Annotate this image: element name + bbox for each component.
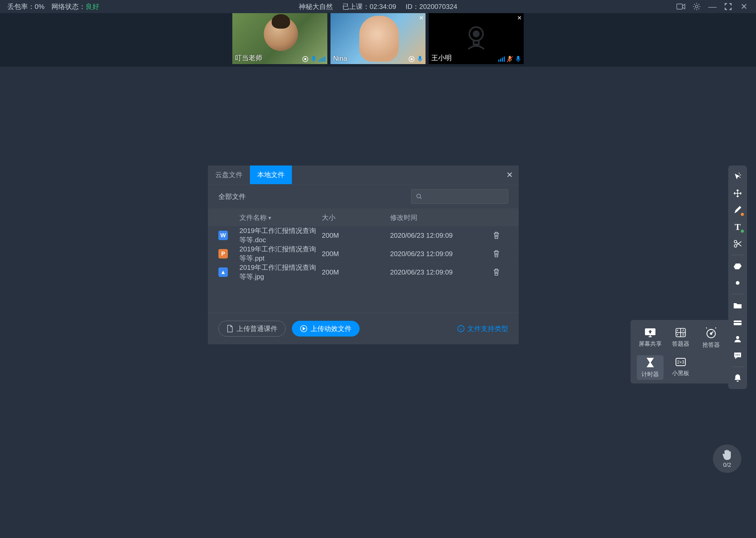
svg-text:B: B (682, 333, 684, 337)
svg-rect-12 (517, 56, 519, 60)
svg-text:A: A (682, 329, 684, 332)
file-mtime: 2020/06/23 12:09:09 (390, 232, 485, 240)
info-icon (457, 325, 465, 332)
file-type-icon: ▲ (218, 267, 228, 277)
screen-share-button[interactable]: 屏幕共享 (637, 326, 664, 350)
responder-button[interactable]: 抢答器 (698, 326, 725, 350)
file-type-icon: P (218, 249, 228, 258)
file-table-header: 文件名称 大小 修改时间 (208, 209, 519, 226)
svg-point-26 (736, 281, 739, 285)
circle-dot-icon[interactable] (730, 276, 745, 290)
camera-off-icon (460, 23, 492, 54)
supported-types-link[interactable]: 文件支持类型 (457, 324, 508, 333)
participant-name: 王小明 (431, 53, 452, 63)
play-add-icon (300, 325, 307, 332)
top-status-bar: 丢包率：0% 网络状态：良好 神秘大自然 已上课：02:34:09 ID：202… (0, 0, 756, 13)
file-size: 200M (322, 250, 390, 258)
svg-rect-7 (419, 56, 421, 60)
folder-icon[interactable] (730, 298, 745, 313)
mic-muted-icon (506, 56, 513, 63)
timer-button[interactable]: 计时器 (637, 355, 664, 380)
svg-point-25 (734, 244, 737, 247)
raise-hand-count: 0/2 (723, 461, 731, 468)
svg-point-29 (736, 336, 739, 339)
toolbox-icon[interactable] (730, 315, 745, 329)
file-type-icon: W (218, 231, 228, 240)
upload-animated-button[interactable]: 上传动效文件 (292, 321, 359, 337)
right-toolbar: T (728, 166, 747, 389)
user-icon[interactable] (730, 332, 745, 346)
participant-name: Nina (333, 54, 347, 63)
settings-icon[interactable] (692, 2, 701, 11)
file-mtime: 2020/06/23 12:09:09 (390, 250, 485, 258)
tab-local-files[interactable]: 本地文件 (250, 166, 292, 184)
answer-device-button[interactable]: AB 答题器 (667, 326, 694, 350)
svg-rect-10 (474, 41, 479, 44)
delete-file-icon[interactable] (485, 232, 508, 239)
bell-icon[interactable] (730, 371, 745, 385)
col-mtime[interactable]: 修改时间 (390, 213, 485, 222)
file-mtime: 2020/06/23 12:09:09 (390, 268, 485, 276)
file-row[interactable]: W2019年工作汇报情况查询等等.doc200M2020/06/23 12:09… (208, 226, 519, 244)
svg-point-31 (737, 354, 738, 355)
mini-blackboard-button[interactable]: 2+3 小黑板 (667, 355, 694, 380)
teaching-tools-panel: 屏幕共享 AB 答题器 抢答器 计时器 2+3 小黑板 (631, 320, 731, 384)
network-status: 网络状态：良好 (51, 2, 99, 11)
chat-icon[interactable] (730, 348, 745, 363)
fullscreen-icon[interactable] (724, 2, 733, 11)
participant-tile[interactable]: × 王小明 (429, 13, 524, 64)
hand-icon (722, 449, 732, 460)
search-input[interactable] (411, 189, 508, 204)
file-row[interactable]: ▲2019年工作汇报情况查询等等.jpg200M2020/06/23 12:09… (208, 263, 519, 281)
eraser-icon[interactable] (730, 259, 745, 273)
delete-file-icon[interactable] (485, 268, 508, 276)
session-id: ID：2020070324 (405, 2, 457, 11)
search-field[interactable] (425, 193, 503, 200)
packet-loss: 丢包率：0% (7, 2, 45, 11)
file-name: 2019年工作汇报情况查询等等.jpg (239, 263, 322, 281)
pointer-click-icon[interactable] (730, 169, 745, 184)
toggle-camera-icon[interactable] (676, 2, 685, 11)
svg-point-30 (735, 354, 736, 355)
svg-rect-28 (734, 322, 741, 323)
svg-rect-4 (313, 56, 315, 60)
move-icon[interactable] (730, 186, 745, 201)
raise-hand-button[interactable]: 0/2 (713, 445, 741, 473)
video-thumbnails: 叮当老师 × Nina × 王小明 (0, 13, 756, 67)
pen-icon[interactable] (730, 203, 745, 218)
minimize-icon[interactable]: — (708, 2, 717, 11)
participant-name: 叮当老师 (235, 53, 262, 63)
col-size[interactable]: 大小 (322, 213, 390, 222)
scissors-icon[interactable] (730, 237, 745, 251)
svg-point-6 (410, 58, 413, 60)
svg-point-21 (710, 333, 712, 334)
camera-status-icon (408, 56, 415, 63)
delete-file-icon[interactable] (485, 250, 508, 258)
close-window-icon[interactable]: ✕ (739, 2, 749, 11)
col-name[interactable]: 文件名称 (239, 213, 322, 222)
participant-tile[interactable]: 叮当老师 (232, 13, 327, 64)
text-icon[interactable]: T (730, 220, 745, 234)
file-row[interactable]: P2019年工作汇报情况查询等等.ppt200M2020/06/23 12:09… (208, 244, 519, 263)
file-dialog: 云盘文件 本地文件 ✕ 全部文件 文件名称 大小 修改时间 W2019年工作汇报… (208, 166, 519, 345)
svg-point-3 (304, 58, 306, 60)
mic-icon (417, 56, 423, 63)
close-tile-icon[interactable]: × (419, 14, 423, 22)
file-name: 2019年工作汇报情况查询等等.ppt (239, 244, 322, 263)
upload-normal-button[interactable]: 上传普通课件 (218, 321, 286, 337)
svg-rect-0 (677, 4, 683, 9)
svg-point-1 (695, 5, 698, 8)
file-icon (226, 325, 233, 333)
camera-status-icon (302, 56, 309, 63)
participant-tile[interactable]: × Nina (330, 13, 426, 64)
signal-icon (498, 56, 505, 62)
close-tile-icon[interactable]: × (517, 14, 522, 22)
signal-icon (319, 56, 325, 62)
svg-text:2+3: 2+3 (677, 360, 684, 364)
tab-cloud-files[interactable]: 云盘文件 (208, 166, 250, 184)
dialog-close-icon[interactable]: ✕ (506, 170, 513, 180)
search-icon (416, 193, 422, 200)
svg-point-24 (734, 241, 737, 243)
file-size: 200M (322, 268, 390, 276)
breadcrumb: 全部文件 (218, 192, 406, 201)
